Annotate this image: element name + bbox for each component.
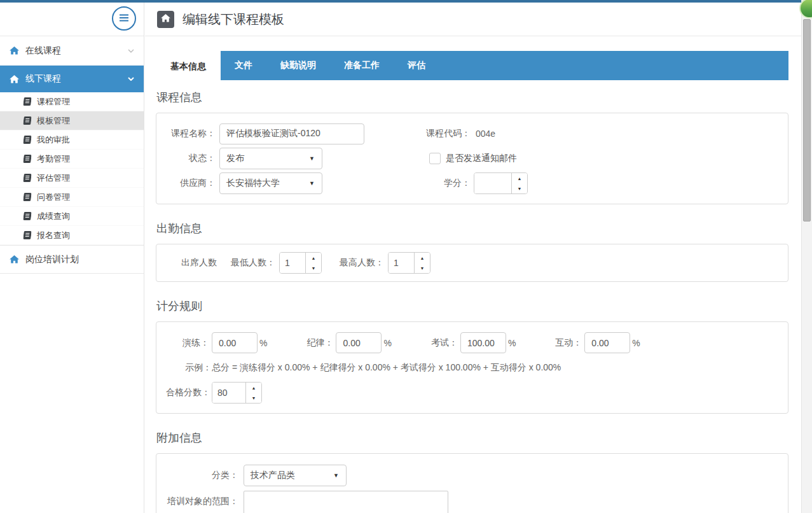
drill-label: 演练：: [166, 337, 212, 349]
tab-absence-notes[interactable]: 缺勤说明: [266, 51, 330, 80]
exam-label: 考试：: [415, 337, 460, 349]
form-row: 演练： % 纪律： % 考试： % 互动： %: [166, 332, 778, 353]
spin-down-button[interactable]: ▼: [306, 263, 321, 273]
sidebar-subitem-label: 问卷管理: [37, 192, 70, 203]
book-icon: [23, 212, 31, 220]
percent-suffix: %: [259, 338, 267, 348]
sidebar-subitem-label: 模板管理: [37, 115, 70, 127]
sidebar-item-label: 线下课程: [25, 73, 61, 85]
sidebar-subitem-registration-query[interactable]: 报名查询: [0, 226, 144, 245]
stepper-buttons: ▲ ▼: [414, 253, 430, 273]
supplier-label: 供应商：: [166, 178, 219, 189]
home-icon: [161, 14, 170, 24]
credit-input[interactable]: [474, 173, 511, 193]
spin-up-button[interactable]: ▲: [512, 173, 527, 183]
status-select[interactable]: 发布 ▼: [219, 148, 322, 169]
sidebar-item-offline-course[interactable]: 线下课程: [0, 66, 144, 92]
spin-down-button[interactable]: ▼: [246, 393, 261, 403]
sidebar-subitem-label: 考勤管理: [37, 153, 70, 165]
supplier-select[interactable]: 长安福特大学 ▼: [219, 172, 322, 194]
drill-percent-input[interactable]: [212, 332, 258, 353]
sidebar-item-online-course[interactable]: 在线课程: [0, 36, 144, 66]
course-name-label: 课程名称：: [166, 128, 219, 139]
home-icon: [10, 75, 19, 83]
form-row: 出席人数 最低人数： ▲ ▼ 最高人数： ▲ ▼: [166, 251, 778, 274]
section-title-additional: 附加信息: [156, 430, 788, 446]
sidebar-item-job-training-plan[interactable]: 岗位培训计划: [0, 245, 144, 274]
hamburger-icon: [119, 13, 129, 24]
score-field-discipline: 纪律： %: [290, 332, 391, 353]
form-row: 培训对象的范围：: [166, 491, 778, 513]
spin-down-button[interactable]: ▼: [512, 183, 527, 193]
page-title: 编辑线下课程模板: [182, 11, 284, 28]
additional-panel: 分类： 技术产品类 ▼ 培训对象的范围：: [156, 453, 788, 513]
credit-label: 学分：: [420, 178, 474, 189]
stepper-buttons: ▲ ▼: [245, 383, 261, 403]
score-field-drill: 演练： %: [166, 332, 267, 353]
credit-stepper: ▲ ▼: [474, 172, 528, 194]
main-content: 基本信息 文件 缺勤说明 准备工作 评估 课程信息 课程名称： 课程代码： 00…: [145, 36, 801, 513]
max-count-input[interactable]: [389, 253, 414, 273]
sidebar-subitem-course-management[interactable]: 课程管理: [0, 92, 144, 111]
sidebar-item-label: 岗位培训计划: [25, 254, 79, 265]
sidebar-subitem-score-query[interactable]: 成绩查询: [0, 207, 144, 226]
interaction-percent-input[interactable]: [584, 332, 630, 353]
status-label: 状态：: [166, 153, 219, 164]
score-field-exam: 考试： %: [415, 332, 516, 353]
sidebar-subitem-my-approvals[interactable]: 我的审批: [0, 130, 144, 150]
max-count-label: 最高人数：: [340, 257, 388, 269]
form-row: 合格分数： ▲ ▼: [166, 382, 778, 404]
spin-down-button[interactable]: ▼: [415, 263, 430, 273]
percent-suffix: %: [383, 338, 391, 348]
chevron-down-icon: [128, 77, 134, 81]
tab-preparation[interactable]: 准备工作: [330, 51, 394, 80]
tab-assessment[interactable]: 评估: [394, 51, 439, 80]
spin-up-button[interactable]: ▲: [306, 253, 321, 263]
notify-email-label: 是否发送通知邮件: [446, 153, 517, 164]
sidebar-subitem-questionnaire-management[interactable]: 问卷管理: [0, 188, 144, 207]
home-badge: [157, 11, 174, 28]
category-select[interactable]: 技术产品类 ▼: [244, 465, 347, 486]
percent-suffix: %: [508, 338, 516, 348]
spin-up-button[interactable]: ▲: [246, 383, 261, 393]
scrollbar-thumb[interactable]: [803, 19, 811, 221]
category-selected-value: 技术产品类: [251, 470, 295, 481]
book-icon: [23, 231, 31, 239]
min-count-input[interactable]: [280, 253, 305, 273]
notify-email-checkbox[interactable]: [429, 153, 441, 164]
sidebar-subitem-label: 报名查询: [37, 230, 70, 241]
home-icon: [10, 46, 19, 55]
sidebar-subitem-label: 评估管理: [37, 172, 70, 184]
category-label: 分类：: [166, 470, 244, 481]
sidebar-submenu: 课程管理 模板管理 我的审批 考勤管理 评估管理 问卷管理 成绩查询 报名查询: [0, 92, 144, 245]
pass-score-label: 合格分数：: [166, 387, 212, 398]
course-name-input[interactable]: [219, 123, 364, 144]
top-accent-bar: [0, 0, 801, 3]
pass-score-input[interactable]: [212, 383, 245, 403]
sidebar-subitem-template-management[interactable]: 模板管理: [0, 111, 144, 130]
sidebar: 在线课程 线下课程 课程管理 模板管理 我的审批 考勤管理: [0, 3, 144, 513]
exam-percent-input[interactable]: [460, 332, 506, 353]
sidebar-header: [0, 3, 144, 36]
chevron-down-icon: [128, 49, 134, 53]
book-icon: [23, 97, 31, 106]
target-scope-textarea[interactable]: [244, 491, 448, 513]
discipline-percent-input[interactable]: [336, 332, 382, 353]
min-count-label: 最低人数：: [231, 257, 279, 269]
spin-up-button[interactable]: ▲: [415, 253, 430, 263]
sidebar-toggle-button[interactable]: [112, 6, 136, 31]
min-count-stepper: ▲ ▼: [279, 252, 322, 274]
percent-suffix: %: [632, 338, 640, 348]
attendee-count-label: 出席人数: [181, 257, 217, 269]
caret-down-icon: ▼: [333, 472, 339, 479]
tab-files[interactable]: 文件: [221, 51, 266, 80]
vertical-scrollbar[interactable]: [801, 0, 812, 513]
sidebar-subitem-attendance-management[interactable]: 考勤管理: [0, 150, 144, 169]
stepper-buttons: ▲ ▼: [305, 253, 321, 273]
sidebar-subitem-assessment-management[interactable]: 评估管理: [0, 169, 144, 188]
pass-score-stepper: ▲ ▼: [212, 382, 262, 404]
book-icon: [23, 136, 31, 144]
book-icon: [23, 193, 31, 201]
tab-basic-info[interactable]: 基本信息: [156, 49, 221, 84]
sidebar-subitem-label: 成绩查询: [37, 211, 70, 222]
